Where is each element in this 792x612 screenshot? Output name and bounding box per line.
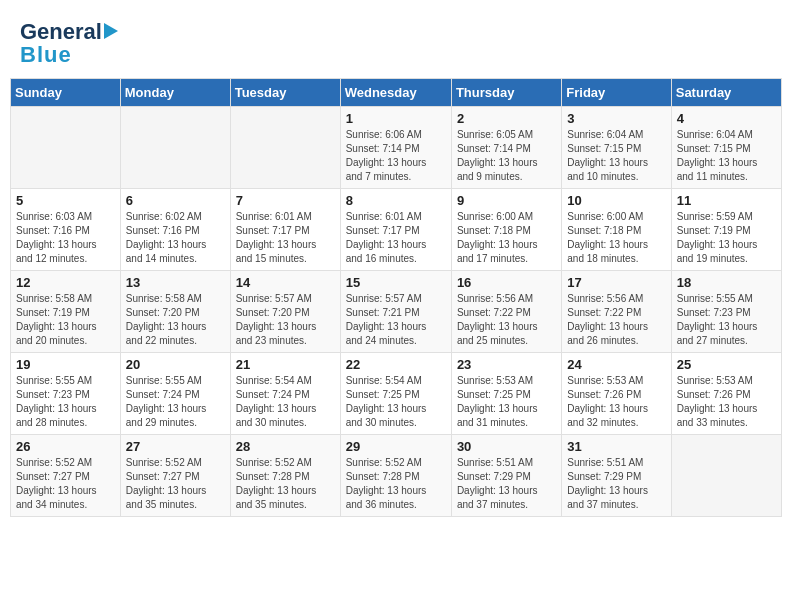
day-number: 5 (16, 193, 115, 208)
day-info: Sunrise: 6:00 AM Sunset: 7:18 PM Dayligh… (567, 210, 665, 266)
day-number: 28 (236, 439, 335, 454)
day-number: 14 (236, 275, 335, 290)
day-number: 31 (567, 439, 665, 454)
day-info: Sunrise: 5:56 AM Sunset: 7:22 PM Dayligh… (567, 292, 665, 348)
calendar-cell: 9Sunrise: 6:00 AM Sunset: 7:18 PM Daylig… (451, 189, 561, 271)
calendar-cell: 15Sunrise: 5:57 AM Sunset: 7:21 PM Dayli… (340, 271, 451, 353)
logo-text: General (20, 20, 118, 44)
calendar-cell: 2Sunrise: 6:05 AM Sunset: 7:14 PM Daylig… (451, 107, 561, 189)
day-number: 29 (346, 439, 446, 454)
day-number: 27 (126, 439, 225, 454)
calendar-cell (11, 107, 121, 189)
day-info: Sunrise: 5:53 AM Sunset: 7:26 PM Dayligh… (677, 374, 776, 430)
day-number: 25 (677, 357, 776, 372)
calendar-cell: 23Sunrise: 5:53 AM Sunset: 7:25 PM Dayli… (451, 353, 561, 435)
day-number: 8 (346, 193, 446, 208)
calendar-week-row: 19Sunrise: 5:55 AM Sunset: 7:23 PM Dayli… (11, 353, 782, 435)
page-header: General Blue (10, 10, 782, 73)
calendar-cell: 12Sunrise: 5:58 AM Sunset: 7:19 PM Dayli… (11, 271, 121, 353)
day-info: Sunrise: 5:53 AM Sunset: 7:26 PM Dayligh… (567, 374, 665, 430)
day-info: Sunrise: 5:54 AM Sunset: 7:24 PM Dayligh… (236, 374, 335, 430)
day-info: Sunrise: 5:59 AM Sunset: 7:19 PM Dayligh… (677, 210, 776, 266)
calendar-cell: 5Sunrise: 6:03 AM Sunset: 7:16 PM Daylig… (11, 189, 121, 271)
day-number: 17 (567, 275, 665, 290)
day-info: Sunrise: 6:04 AM Sunset: 7:15 PM Dayligh… (567, 128, 665, 184)
calendar-cell (671, 435, 781, 517)
day-info: Sunrise: 6:01 AM Sunset: 7:17 PM Dayligh… (346, 210, 446, 266)
calendar-cell: 8Sunrise: 6:01 AM Sunset: 7:17 PM Daylig… (340, 189, 451, 271)
day-info: Sunrise: 5:54 AM Sunset: 7:25 PM Dayligh… (346, 374, 446, 430)
calendar-cell: 3Sunrise: 6:04 AM Sunset: 7:15 PM Daylig… (562, 107, 671, 189)
calendar-cell: 13Sunrise: 5:58 AM Sunset: 7:20 PM Dayli… (120, 271, 230, 353)
day-info: Sunrise: 6:02 AM Sunset: 7:16 PM Dayligh… (126, 210, 225, 266)
day-number: 23 (457, 357, 556, 372)
calendar-cell (120, 107, 230, 189)
day-info: Sunrise: 6:01 AM Sunset: 7:17 PM Dayligh… (236, 210, 335, 266)
calendar-week-row: 5Sunrise: 6:03 AM Sunset: 7:16 PM Daylig… (11, 189, 782, 271)
calendar-cell: 29Sunrise: 5:52 AM Sunset: 7:28 PM Dayli… (340, 435, 451, 517)
weekday-header-wednesday: Wednesday (340, 79, 451, 107)
day-info: Sunrise: 5:51 AM Sunset: 7:29 PM Dayligh… (567, 456, 665, 512)
calendar-cell: 6Sunrise: 6:02 AM Sunset: 7:16 PM Daylig… (120, 189, 230, 271)
logo: General Blue (20, 20, 118, 68)
calendar-table: SundayMondayTuesdayWednesdayThursdayFrid… (10, 78, 782, 517)
day-number: 24 (567, 357, 665, 372)
calendar-cell: 14Sunrise: 5:57 AM Sunset: 7:20 PM Dayli… (230, 271, 340, 353)
calendar-cell: 26Sunrise: 5:52 AM Sunset: 7:27 PM Dayli… (11, 435, 121, 517)
calendar-cell: 1Sunrise: 6:06 AM Sunset: 7:14 PM Daylig… (340, 107, 451, 189)
calendar-cell: 28Sunrise: 5:52 AM Sunset: 7:28 PM Dayli… (230, 435, 340, 517)
day-info: Sunrise: 6:04 AM Sunset: 7:15 PM Dayligh… (677, 128, 776, 184)
day-info: Sunrise: 5:58 AM Sunset: 7:19 PM Dayligh… (16, 292, 115, 348)
calendar-cell (230, 107, 340, 189)
calendar-cell: 25Sunrise: 5:53 AM Sunset: 7:26 PM Dayli… (671, 353, 781, 435)
calendar-cell: 17Sunrise: 5:56 AM Sunset: 7:22 PM Dayli… (562, 271, 671, 353)
day-info: Sunrise: 5:57 AM Sunset: 7:20 PM Dayligh… (236, 292, 335, 348)
weekday-header-row: SundayMondayTuesdayWednesdayThursdayFrid… (11, 79, 782, 107)
calendar-cell: 11Sunrise: 5:59 AM Sunset: 7:19 PM Dayli… (671, 189, 781, 271)
calendar-cell: 16Sunrise: 5:56 AM Sunset: 7:22 PM Dayli… (451, 271, 561, 353)
calendar-cell: 20Sunrise: 5:55 AM Sunset: 7:24 PM Dayli… (120, 353, 230, 435)
day-info: Sunrise: 5:52 AM Sunset: 7:28 PM Dayligh… (346, 456, 446, 512)
day-info: Sunrise: 5:51 AM Sunset: 7:29 PM Dayligh… (457, 456, 556, 512)
calendar-cell: 10Sunrise: 6:00 AM Sunset: 7:18 PM Dayli… (562, 189, 671, 271)
day-number: 11 (677, 193, 776, 208)
calendar-cell: 24Sunrise: 5:53 AM Sunset: 7:26 PM Dayli… (562, 353, 671, 435)
day-number: 1 (346, 111, 446, 126)
weekday-header-friday: Friday (562, 79, 671, 107)
calendar-cell: 22Sunrise: 5:54 AM Sunset: 7:25 PM Dayli… (340, 353, 451, 435)
day-info: Sunrise: 5:57 AM Sunset: 7:21 PM Dayligh… (346, 292, 446, 348)
calendar-cell: 4Sunrise: 6:04 AM Sunset: 7:15 PM Daylig… (671, 107, 781, 189)
day-number: 12 (16, 275, 115, 290)
day-info: Sunrise: 5:58 AM Sunset: 7:20 PM Dayligh… (126, 292, 225, 348)
day-info: Sunrise: 5:52 AM Sunset: 7:28 PM Dayligh… (236, 456, 335, 512)
calendar-week-row: 26Sunrise: 5:52 AM Sunset: 7:27 PM Dayli… (11, 435, 782, 517)
day-number: 7 (236, 193, 335, 208)
day-info: Sunrise: 5:52 AM Sunset: 7:27 PM Dayligh… (126, 456, 225, 512)
day-number: 22 (346, 357, 446, 372)
day-number: 21 (236, 357, 335, 372)
calendar-cell: 7Sunrise: 6:01 AM Sunset: 7:17 PM Daylig… (230, 189, 340, 271)
day-info: Sunrise: 5:52 AM Sunset: 7:27 PM Dayligh… (16, 456, 115, 512)
day-number: 18 (677, 275, 776, 290)
weekday-header-monday: Monday (120, 79, 230, 107)
calendar-cell: 18Sunrise: 5:55 AM Sunset: 7:23 PM Dayli… (671, 271, 781, 353)
day-number: 19 (16, 357, 115, 372)
day-info: Sunrise: 5:56 AM Sunset: 7:22 PM Dayligh… (457, 292, 556, 348)
day-number: 6 (126, 193, 225, 208)
calendar-cell: 19Sunrise: 5:55 AM Sunset: 7:23 PM Dayli… (11, 353, 121, 435)
day-number: 30 (457, 439, 556, 454)
calendar-cell: 31Sunrise: 5:51 AM Sunset: 7:29 PM Dayli… (562, 435, 671, 517)
day-number: 3 (567, 111, 665, 126)
weekday-header-thursday: Thursday (451, 79, 561, 107)
day-number: 15 (346, 275, 446, 290)
day-number: 16 (457, 275, 556, 290)
day-info: Sunrise: 6:03 AM Sunset: 7:16 PM Dayligh… (16, 210, 115, 266)
day-number: 10 (567, 193, 665, 208)
day-info: Sunrise: 5:55 AM Sunset: 7:23 PM Dayligh… (677, 292, 776, 348)
logo-blue: Blue (20, 42, 72, 68)
day-info: Sunrise: 5:53 AM Sunset: 7:25 PM Dayligh… (457, 374, 556, 430)
day-info: Sunrise: 6:05 AM Sunset: 7:14 PM Dayligh… (457, 128, 556, 184)
day-number: 4 (677, 111, 776, 126)
calendar-cell: 21Sunrise: 5:54 AM Sunset: 7:24 PM Dayli… (230, 353, 340, 435)
weekday-header-saturday: Saturday (671, 79, 781, 107)
